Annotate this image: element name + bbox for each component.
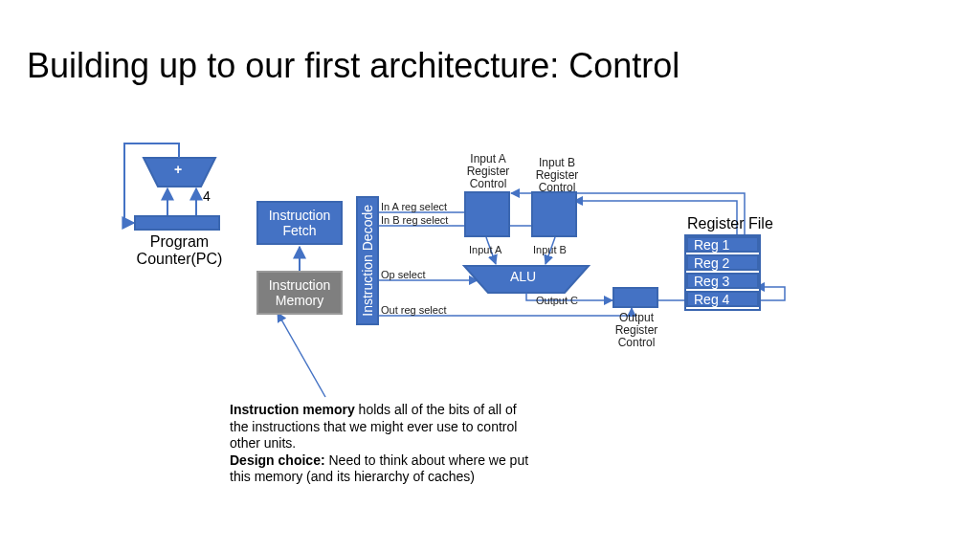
adder-plus-icon: + [174, 163, 182, 177]
caption-bold-2: Design choice: [230, 452, 325, 468]
input-b-regctrl-block [531, 191, 577, 237]
alu-output-c-label: Output C [536, 295, 578, 306]
output-regctrl-label: Output Register Control [609, 312, 664, 350]
output-regctrl-block [612, 287, 658, 308]
svg-line-4 [278, 313, 325, 397]
input-b-regctrl-label: Input B Register Control [528, 157, 586, 195]
adder-increment: 4 [203, 189, 211, 204]
caption-bold-1: Instruction memory [230, 402, 355, 417]
caption-text: Instruction memory holds all of the bits… [230, 402, 536, 486]
alu-input-b-label: Input B [533, 244, 567, 255]
alu-input-a-label: Input A [469, 244, 501, 255]
signal-out-sel: Out reg select [381, 304, 446, 316]
reg-4: Reg 4 [686, 291, 759, 307]
pc-label: Program Counter(PC) [120, 233, 239, 267]
register-file-title: Register File [687, 215, 773, 232]
reg-1: Reg 1 [686, 236, 759, 253]
input-a-regctrl-label: Input A Register Control [459, 153, 517, 191]
signal-op-sel: Op select [381, 269, 425, 280]
instruction-memory-block: Instruction Memory [256, 271, 343, 315]
reg-2: Reg 2 [686, 254, 759, 271]
signal-in-b-sel: In B reg select [381, 214, 448, 226]
input-a-regctrl-block [464, 191, 510, 237]
alu-label: ALU [510, 270, 536, 284]
instruction-fetch-block: Instruction Fetch [256, 201, 343, 245]
reg-3: Reg 3 [686, 273, 759, 289]
instruction-decode-label: Instruction Decode [360, 205, 375, 317]
instruction-decode-block: Instruction Decode [356, 196, 379, 325]
signal-in-a-sel: In A reg select [381, 201, 447, 212]
pc-block [134, 215, 220, 231]
